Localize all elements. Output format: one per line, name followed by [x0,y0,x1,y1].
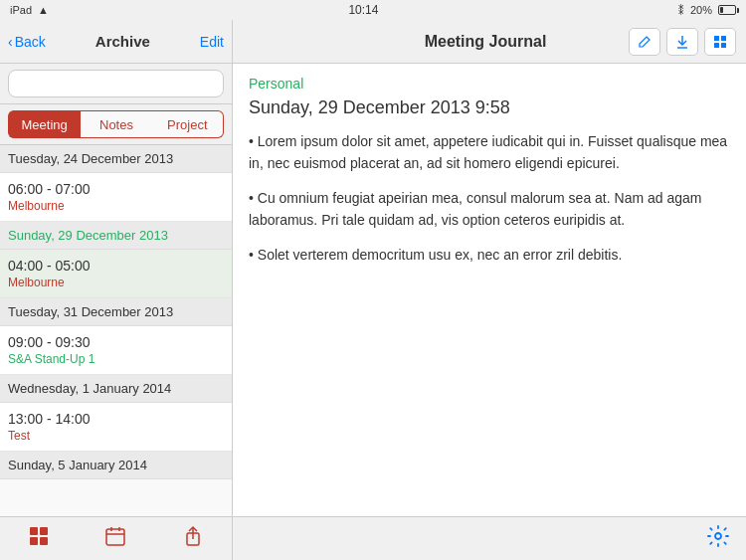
svg-rect-0 [30,527,38,535]
ipad-label: iPad [10,4,32,16]
share-icon[interactable] [182,525,204,552]
content-paragraph-0: • Lorem ipsum dolor sit amet, appetere i… [249,130,730,175]
status-time: 10:14 [348,3,378,17]
right-toolbar [233,516,746,560]
right-nav-buttons [629,28,736,56]
status-bar: iPad ▲ 10:14 ⁑ 20% [0,0,746,20]
back-chevron-icon: ‹ [8,34,13,50]
item-time: 13:00 - 14:00 [8,411,224,427]
section-header-2: Tuesday, 31 December 2013 [0,298,232,326]
wifi-icon: ▲ [38,4,49,16]
grid-notes-button[interactable] [704,28,736,56]
search-input[interactable] [8,70,224,97]
svg-rect-1 [40,527,48,535]
svg-point-16 [715,533,721,539]
list-item[interactable]: 09:00 - 09:30 S&A Stand-Up 1 [0,326,232,375]
left-panel: ‹ Back Archive Edit 🔍 Meeting Notes Proj… [0,20,233,560]
svg-rect-4 [106,529,124,545]
tab-meeting[interactable]: Meeting [8,110,80,138]
back-label: Back [15,34,46,50]
item-subtitle: S&A Stand-Up 1 [8,352,224,366]
gear-icon[interactable] [706,524,730,554]
tab-project[interactable]: Project [152,110,224,138]
status-left: iPad ▲ [10,4,49,16]
battery-pct: 20% [690,4,712,16]
content-date: Sunday, 29 December 2013 9:58 [249,97,730,118]
tab-notes[interactable]: Notes [80,110,151,138]
grid-view-icon[interactable] [28,525,50,552]
item-time: 06:00 - 07:00 [8,181,224,197]
search-wrapper: 🔍 [8,70,224,97]
main-container: ‹ Back Archive Edit 🔍 Meeting Notes Proj… [0,20,746,560]
right-nav: Meeting Journal [233,20,746,64]
content-paragraph-2: • Solet verterem democritum usu ex, nec … [249,244,730,266]
left-nav: ‹ Back Archive Edit [0,20,232,64]
edit-note-button[interactable] [629,28,660,56]
list-item[interactable]: 06:00 - 07:00 Melbourne [0,173,232,222]
right-panel: Meeting Journal [233,20,746,560]
bluetooth-icon: ⁑ [678,4,684,17]
svg-rect-12 [714,36,719,41]
archive-title: Archive [95,33,150,50]
svg-rect-14 [714,43,719,48]
left-toolbar [0,516,232,560]
list-container: Tuesday, 24 December 2013 06:00 - 07:00 … [0,145,232,516]
search-bar: 🔍 [0,64,232,104]
section-header-0: Tuesday, 24 December 2013 [0,145,232,173]
section-header-3: Wednesday, 1 January 2014 [0,375,232,403]
item-subtitle: Test [8,429,224,443]
content-paragraph-1: • Cu omnium feugiat apeirian mea, consul… [249,187,730,232]
svg-rect-3 [40,537,48,545]
content-body: • Lorem ipsum dolor sit amet, appetere i… [249,130,730,266]
content-tag: Personal [249,76,730,92]
right-nav-title: Meeting Journal [425,33,547,51]
item-subtitle: Melbourne [8,276,224,289]
calendar-icon[interactable] [104,525,126,552]
list-item-selected[interactable]: 04:00 - 05:00 Melbourne [0,250,232,298]
section-header-1: Sunday, 29 December 2013 [0,222,232,250]
svg-rect-2 [30,537,38,545]
svg-rect-15 [721,43,726,48]
svg-rect-13 [721,36,726,41]
status-right: ⁑ 20% [678,4,736,17]
item-subtitle: Melbourne [8,199,224,213]
back-button[interactable]: ‹ Back [8,34,46,50]
list-item[interactable]: 13:00 - 14:00 Test [0,403,232,452]
right-content: Personal Sunday, 29 December 2013 9:58 •… [233,64,746,516]
battery-icon [718,5,736,15]
download-button[interactable] [666,28,698,56]
item-time: 04:00 - 05:00 [8,258,224,274]
item-time: 09:00 - 09:30 [8,334,224,350]
edit-button[interactable]: Edit [200,34,224,50]
tab-selector: Meeting Notes Project [0,104,232,145]
section-header-4: Sunday, 5 January 2014 [0,452,232,479]
